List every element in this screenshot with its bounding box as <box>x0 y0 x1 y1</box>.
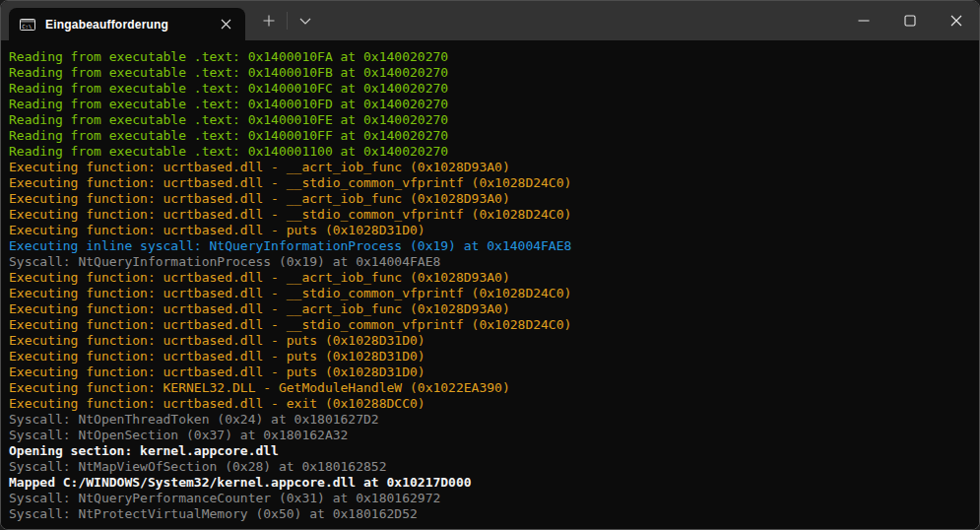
maximize-button[interactable] <box>886 1 933 40</box>
terminal-line: Reading from executable .text: 0x1400010… <box>9 128 971 144</box>
terminal-line: Opening section: kernel.appcore.dll <box>9 443 971 459</box>
terminal-line: Executing function: ucrtbased.dll - exit… <box>9 396 971 412</box>
tab-title: Eingabeaufforderung <box>45 18 214 32</box>
tab-close-icon[interactable] <box>214 13 237 36</box>
terminal-line: Reading from executable .text: 0x1400010… <box>9 49 971 65</box>
terminal-line: Mapped C:/WINDOWS/System32/kernel.appcor… <box>9 475 971 491</box>
terminal-line: Executing function: ucrtbased.dll - __st… <box>9 207 971 223</box>
terminal-line: Syscall: NtOpenThreadToken (0x24) at 0x1… <box>9 412 971 428</box>
terminal-line: Executing function: ucrtbased.dll - puts… <box>9 349 971 364</box>
terminal-line: Executing function: ucrtbased.dll - __st… <box>9 286 971 301</box>
terminal-line: Executing function: ucrtbased.dll - __ac… <box>9 160 971 175</box>
terminal-line: Executing function: ucrtbased.dll - __ac… <box>9 301 971 317</box>
cmd-app-icon: C:\ <box>20 17 35 33</box>
terminal-line: Reading from executable .text: 0x1400010… <box>9 97 971 112</box>
terminal-line: Syscall: NtQueryPerformanceCounter (0x31… <box>9 491 971 506</box>
svg-text:C:\: C:\ <box>22 23 32 29</box>
terminal-line: Executing function: ucrtbased.dll - __ac… <box>9 191 971 207</box>
tab-dropdown-button[interactable] <box>288 1 323 40</box>
terminal-line: Executing function: ucrtbased.dll - puts… <box>9 333 971 349</box>
title-bar[interactable]: C:\ Eingabeaufforderung <box>1 1 979 40</box>
terminal-line: Syscall: NtOpenSection (0x37) at 0x18016… <box>9 428 971 443</box>
terminal-line: Syscall: NtProtectVirtualMemory (0x50) a… <box>9 506 971 522</box>
terminal-line: Reading from executable .text: 0x1400011… <box>9 144 971 160</box>
close-icon <box>950 15 962 27</box>
terminal-line: Reading from executable .text: 0x1400010… <box>9 112 971 128</box>
titlebar-drag-area[interactable] <box>323 1 840 40</box>
terminal-line: Reading from executable .text: 0x1400010… <box>9 81 971 97</box>
new-tab-plus-icon <box>263 15 275 27</box>
minimize-icon <box>858 15 870 27</box>
new-tab-button[interactable] <box>251 1 287 40</box>
terminal-line: Executing function: ucrtbased.dll - puts… <box>9 223 971 238</box>
tab-eingabeaufforderung[interactable]: C:\ Eingabeaufforderung <box>9 8 245 40</box>
terminal-viewport[interactable]: Reading from executable .text: 0x1400010… <box>1 40 979 529</box>
terminal-line: Executing function: KERNEL32.DLL - GetMo… <box>9 380 971 396</box>
terminal-line: Executing function: ucrtbased.dll - puts… <box>9 364 971 380</box>
terminal-line: Syscall: NtMapViewOfSection (0x28) at 0x… <box>9 459 971 475</box>
terminal-line: Reading from executable .text: 0x1400010… <box>9 65 971 81</box>
terminal-line: Executing function: ucrtbased.dll - __ac… <box>9 270 971 286</box>
close-button[interactable] <box>933 1 979 40</box>
terminal-line: Executing function: ucrtbased.dll - __st… <box>9 175 971 191</box>
terminal-line: Executing inline syscall: NtQueryInforma… <box>9 238 971 254</box>
terminal-window: C:\ Eingabeaufforderung <box>0 0 980 530</box>
minimize-button[interactable] <box>840 1 886 40</box>
terminal-line: Syscall: NtQueryInformationProcess (0x19… <box>9 254 971 270</box>
chevron-down-icon <box>299 18 311 25</box>
terminal-line: Executing function: ucrtbased.dll - __st… <box>9 317 971 333</box>
maximize-icon <box>904 15 916 27</box>
